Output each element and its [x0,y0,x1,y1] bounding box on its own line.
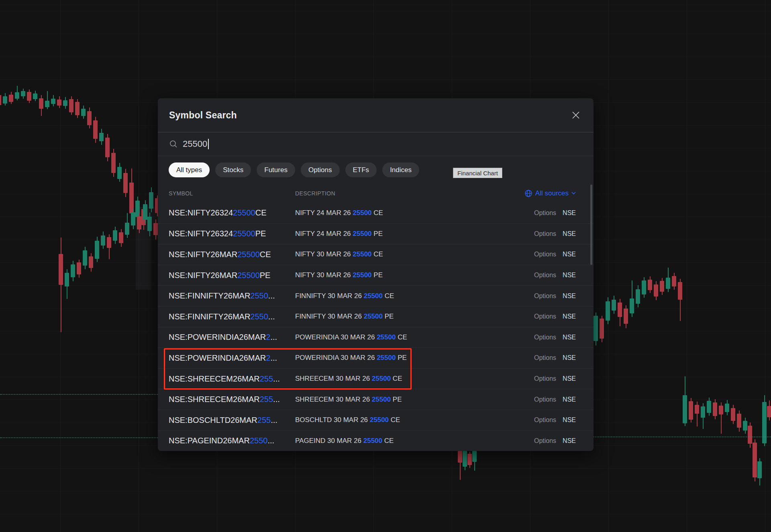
description-cell: BOSCHLTD 30 MAR 26 25500 CE [295,416,534,424]
search-input[interactable]: 25500 [158,132,594,156]
type-label: Options [534,437,556,445]
symbol-row[interactable]: NSE:POWERINDIA26MAR2... POWERINDIA 30 MA… [158,347,594,368]
tab-futures[interactable]: Futures [257,162,295,177]
symbol-row[interactable]: NSE:NIFTY26MAR25500PE NIFTY 30 MAR 26 25… [158,265,594,286]
dialog-header: Symbol Search [158,98,594,132]
tab-indices[interactable]: Indices [382,162,419,177]
symbol-row[interactable]: NSE:BOSCHLTD26MAR255... BOSCHLTD 30 MAR … [158,410,594,430]
symbol-search-dialog: Symbol Search 25500 All typesStocksFutur… [158,98,594,451]
type-label: Options [534,416,556,424]
dialog-title: Symbol Search [169,110,237,121]
symbol-cell: NSE:NIFTY2632425500PE [169,229,295,238]
exchange-label: NSE [563,230,576,238]
symbol-cell: NSE:NIFTY26MAR25500PE [169,271,295,280]
description-cell: NIFTY 30 MAR 26 25500 PE [295,271,534,279]
description-cell: FINNIFTY 30 MAR 26 25500 PE [295,313,534,321]
exchange-label: NSE [563,354,576,361]
row-meta: Options NSE [534,230,576,238]
type-label: Options [534,334,556,341]
type-label: Options [534,230,556,238]
symbol-row[interactable]: NSE:SHREECEM26MAR255... SHREECEM 30 MAR … [158,389,594,410]
dotted-price-line [0,437,158,438]
description-cell: PAGEIND 30 MAR 26 25500 CE [295,437,534,445]
symbol-row[interactable]: NSE:NIFTY26MAR25500CE NIFTY 30 MAR 26 25… [158,244,594,265]
close-icon [571,110,581,120]
column-header-description: DESCRIPTION [295,190,524,197]
symbol-row[interactable]: NSE:FINNIFTY26MAR2550... FINNIFTY 30 MAR… [158,306,594,327]
symbol-cell: NSE:NIFTY2632425500CE [169,208,295,217]
description-cell: NIFTY 30 MAR 26 25500 CE [295,250,534,258]
exchange-label: NSE [563,209,576,217]
search-results-list: NSE:NIFTY2632425500CE NIFTY 24 MAR 26 25… [158,203,594,451]
type-label: Options [534,313,556,320]
financial-chart-tooltip: Financial Chart [453,168,502,178]
type-label: Options [534,209,556,217]
description-cell: FINNIFTY 30 MAR 26 25500 CE [295,292,534,300]
symbol-cell: NSE:POWERINDIA26MAR2... [169,333,295,342]
symbol-row[interactable]: NSE:NIFTY2632425500PE NIFTY 24 MAR 26 25… [158,223,594,244]
chevron-down-icon [571,192,576,195]
close-button[interactable] [569,108,583,122]
description-cell: SHREECEM 30 MAR 26 25500 PE [295,396,534,404]
row-meta: Options NSE [534,375,576,382]
row-meta: Options NSE [534,416,576,424]
symbol-cell: NSE:FINNIFTY26MAR2550... [169,312,295,321]
symbol-cell: NSE:NIFTY26MAR25500CE [169,250,295,259]
row-meta: Options NSE [534,334,576,341]
exchange-label: NSE [563,416,576,424]
row-meta: Options NSE [534,437,576,445]
dotted-price-line [0,394,158,395]
type-label: Options [534,251,556,258]
sources-dropdown-button[interactable]: All sources [524,189,576,197]
sources-label: All sources [535,189,569,197]
type-label: Options [534,354,556,361]
symbol-row[interactable]: NSE:FINNIFTY26MAR2550... FINNIFTY 30 MAR… [158,285,594,306]
row-meta: Options NSE [534,292,576,300]
symbol-cell: NSE:POWERINDIA26MAR2... [169,353,295,363]
type-label: Options [534,375,556,382]
description-cell: POWERINDIA 30 MAR 26 25500 CE [295,333,534,341]
exchange-label: NSE [563,272,576,279]
column-header-symbol: SYMBOL [169,190,295,197]
type-label: Options [534,272,556,279]
row-meta: Options NSE [534,272,576,279]
description-cell: NIFTY 24 MAR 26 25500 PE [295,230,534,238]
exchange-label: NSE [563,375,576,382]
tab-etfs[interactable]: ETFs [345,162,377,177]
row-meta: Options NSE [534,209,576,217]
symbol-row[interactable]: NSE:SHREECEM26MAR255... SHREECEM 30 MAR … [158,368,594,389]
list-column-headers: SYMBOL DESCRIPTION All sources [158,184,594,203]
type-label: Options [534,292,556,300]
text-caret [208,139,209,149]
description-cell: SHREECEM 30 MAR 26 25500 CE [295,375,534,383]
description-cell: POWERINDIA 30 MAR 26 25500 PE [295,354,534,362]
row-meta: Options NSE [534,396,576,403]
symbol-cell: NSE:SHREECEM26MAR255... [169,395,295,404]
tab-stocks[interactable]: Stocks [215,162,251,177]
description-cell: NIFTY 24 MAR 26 25500 CE [295,209,534,217]
symbol-row[interactable]: NSE:POWERINDIA26MAR2... POWERINDIA 30 MA… [158,327,594,348]
symbol-row[interactable]: NSE:NIFTY2632425500CE NIFTY 24 MAR 26 25… [158,203,594,223]
symbol-cell: NSE:PAGEIND26MAR2550... [169,436,295,445]
exchange-label: NSE [563,251,576,258]
tab-all-types[interactable]: All types [169,162,210,177]
row-meta: Options NSE [534,354,576,361]
dotted-price-line [594,437,771,437]
symbol-row[interactable]: NSE:PAGEIND26MAR2550... PAGEIND 30 MAR 2… [158,430,594,451]
symbol-cell: NSE:FINNIFTY26MAR2550... [169,291,295,301]
tab-options[interactable]: Options [301,162,340,177]
globe-icon [524,189,532,197]
row-meta: Options NSE [534,313,576,320]
exchange-label: NSE [563,396,576,403]
symbol-cell: NSE:SHREECEM26MAR255... [169,374,295,384]
exchange-label: NSE [563,334,576,341]
symbol-cell: NSE:BOSCHLTD26MAR255... [169,416,295,425]
exchange-label: NSE [563,313,576,320]
exchange-label: NSE [563,437,576,445]
type-filter-tabs: All typesStocksFuturesOptionsETFsIndices [158,156,594,184]
type-label: Options [534,396,556,403]
search-value: 25500 [183,139,207,149]
scrollbar-thumb[interactable] [590,185,592,265]
exchange-label: NSE [563,292,576,300]
search-icon [169,140,178,148]
